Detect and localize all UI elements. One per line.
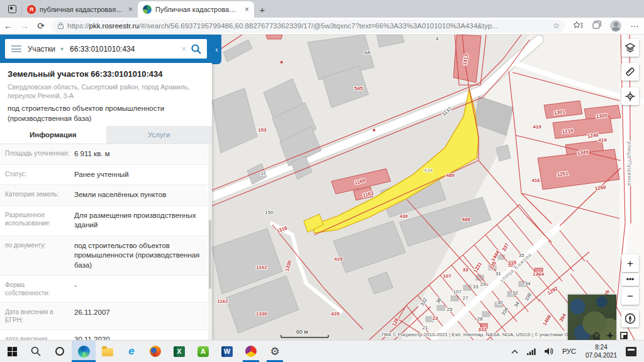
parcel-label: 4А: [364, 50, 370, 55]
field-label: Дата внесения в ЕГРН:: [5, 308, 74, 324]
field-row: Площадь уточненная:6 911 кв. м: [0, 144, 208, 165]
forward-icon[interactable]: →: [16, 21, 33, 31]
browser-tab-bar: Я публичная кадастровая карта - × Публич…: [0, 0, 644, 18]
field-label: Форма собственности:: [5, 281, 74, 297]
parcel-label: 25: [447, 307, 453, 312]
settings-gear-icon[interactable]: ⚙: [263, 341, 287, 362]
new-tab-button[interactable]: +: [254, 1, 270, 18]
add-favorite-icon[interactable]: ☆: [553, 21, 560, 30]
map-canvas[interactable]: 4345451534А41Г14131137150131611691163116…: [212, 35, 644, 340]
tray-expand-icon[interactable]: [511, 349, 518, 354]
parcel-label: 1162: [217, 298, 228, 304]
measure-ruler-button[interactable]: [621, 63, 639, 81]
parcel-address: Свердловская область, Сысертский район, …: [8, 82, 204, 100]
search-icon[interactable]: [191, 44, 201, 54]
favorites-bar-icon[interactable]: [569, 21, 587, 31]
taskbar-clock[interactable]: 8:24 07.04.2021: [586, 343, 617, 359]
zoom-levels-button[interactable]: •••: [621, 273, 639, 286]
tab-close-icon[interactable]: ×: [128, 5, 133, 14]
parcel-title: Земельный участок 66:33:0101010:434: [8, 69, 204, 79]
parcel-label: 107: [453, 289, 462, 295]
url-field[interactable]: https://pkk.rosreestr.ru/#/search/56.693…: [52, 20, 565, 33]
parcel-label: 489: [446, 173, 455, 178]
parcel-label: 488: [462, 217, 470, 222]
field-value: Для размещения производственных зданий: [74, 211, 208, 230]
language-indicator[interactable]: РУС: [562, 348, 576, 355]
layers-button[interactable]: [621, 39, 639, 57]
clear-search-icon[interactable]: ×: [181, 44, 186, 54]
compass-button[interactable]: [621, 310, 639, 327]
firefox-icon[interactable]: [143, 341, 167, 362]
parcel-label: 545: [354, 86, 363, 91]
zoom-in-button[interactable]: +: [621, 254, 639, 272]
field-label: Площадь уточненная:: [5, 149, 74, 159]
back-icon[interactable]: ←: [0, 21, 16, 31]
cortana-icon[interactable]: [48, 341, 72, 362]
browser-menu-icon[interactable]: ⋯: [625, 21, 644, 31]
parcel-label: 28: [477, 316, 483, 322]
pkk-favicon: [143, 5, 152, 14]
fullscreen-icon[interactable]: [619, 331, 628, 339]
app-a-icon[interactable]: A: [191, 341, 215, 362]
taskbar-search-icon[interactable]: [24, 341, 48, 362]
search-category-select[interactable]: Участки: [28, 45, 55, 54]
home-icon[interactable]: [592, 331, 601, 339]
cadastre-panel: Участки ▾ 66:33:0101010:434 × Земельный …: [0, 35, 212, 340]
fields-list: Площадь уточненная:6 911 кв. мСтатус:Ран…: [0, 144, 208, 362]
parcel-label: 1162: [256, 264, 267, 270]
collections-icon[interactable]: [587, 21, 606, 31]
parcel-label: 107: [443, 273, 452, 279]
parcel-usage: под строительство объектов промышленност…: [8, 104, 204, 123]
network-icon[interactable]: [527, 348, 536, 355]
excel-icon[interactable]: X: [167, 341, 191, 362]
tab-title: Публичная кадастровая карта: [155, 6, 240, 13]
field-row: Разрешенное использование:Для размещения…: [0, 206, 208, 236]
panel-scrollbar[interactable]: [208, 144, 212, 340]
zoom-out-button[interactable]: −: [621, 287, 639, 305]
browser-tab-1[interactable]: Я публичная кадастровая карта - ×: [21, 1, 138, 18]
chevron-down-icon[interactable]: ▾: [60, 45, 64, 52]
action-center-icon[interactable]: [626, 347, 636, 356]
profile-avatar[interactable]: [610, 20, 621, 31]
field-value: 6 911 кв. м: [74, 149, 208, 159]
edge-taskbar-icon[interactable]: [72, 341, 96, 362]
tab-services[interactable]: Услуги: [106, 126, 213, 144]
browser-tab-2[interactable]: Публичная кадастровая карта ×: [138, 1, 254, 18]
field-value: -: [74, 281, 208, 297]
url-path: /#/search/56.6937195799486,60.8827677336…: [139, 22, 549, 30]
parcel-label: 429: [331, 311, 340, 317]
parcel-label: 27: [463, 295, 469, 301]
refresh-icon[interactable]: ⟳: [33, 21, 49, 31]
parcel-label: 419: [598, 137, 607, 143]
yandex-favicon: Я: [27, 5, 36, 14]
parcel-label: 153: [258, 127, 267, 133]
field-row: Форма собственности:-: [0, 276, 208, 303]
field-row: Категория земель:Земли населённых пункто…: [0, 185, 208, 206]
locate-button[interactable]: [621, 88, 639, 105]
menu-icon[interactable]: [11, 45, 21, 52]
tab-actions-icon[interactable]: [4, 1, 20, 16]
parcel-label: 1364: [533, 271, 544, 277]
parcel-label: 4: [436, 36, 439, 42]
search-input[interactable]: 66:33:0101010:434: [70, 45, 176, 54]
parcel-label: 29: [480, 281, 486, 287]
internet-explorer-icon[interactable]: e: [119, 341, 143, 362]
start-button[interactable]: [0, 341, 24, 362]
parcel-label: 32: [513, 290, 518, 296]
tab-information[interactable]: Информация: [0, 126, 106, 144]
volume-icon[interactable]: [545, 348, 553, 355]
street-label: улица Пушкина: [626, 142, 633, 186]
parcel-label: 34: [525, 281, 531, 286]
panel-collapse-button[interactable]: ‹: [212, 35, 221, 64]
position-icon[interactable]: [606, 331, 614, 339]
tab-close-icon[interactable]: ×: [245, 5, 249, 14]
field-label: Статус:: [5, 170, 74, 180]
word-icon[interactable]: W: [215, 341, 239, 362]
file-explorer-icon[interactable]: [96, 341, 119, 362]
url-host: pkk.rosreestr.ru: [89, 22, 139, 30]
parcel-label: 1330: [256, 311, 267, 317]
field-value: Земли населённых пунктов: [74, 190, 208, 200]
field-row: Статус:Ранее учтенный: [0, 165, 208, 186]
field-label: по документу:: [5, 241, 74, 271]
app-colorful-icon[interactable]: [239, 341, 263, 362]
